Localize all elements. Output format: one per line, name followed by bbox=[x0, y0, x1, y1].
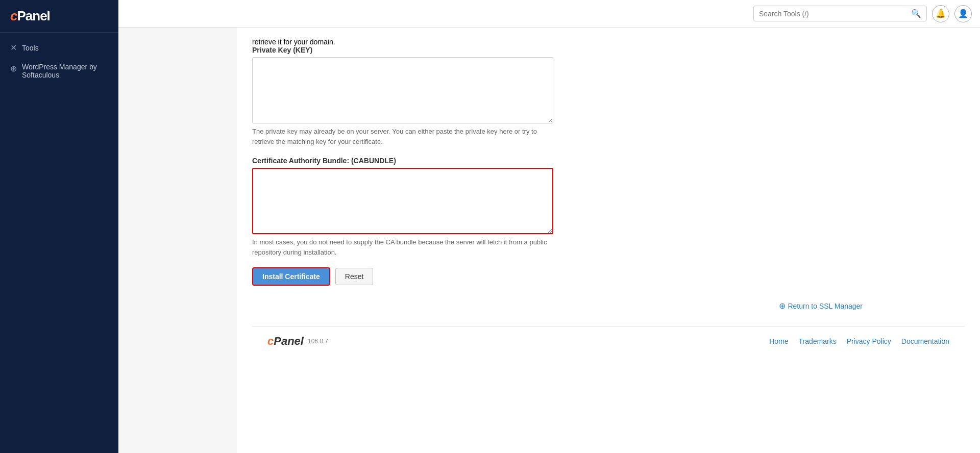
cabundle-label: Certificate Authority Bundle: (CABUNDLE) bbox=[252, 157, 965, 165]
private-key-label: Private Key (KEY) bbox=[252, 46, 965, 54]
private-key-help: The private key may already be on your s… bbox=[252, 127, 553, 146]
wordpress-icon: ⊕ bbox=[10, 64, 17, 73]
sidebar-item-tools[interactable]: ✕ Tools bbox=[0, 38, 118, 58]
footer-link-privacy-policy[interactable]: Privacy Policy bbox=[847, 337, 891, 345]
footer-version: 106.0.7 bbox=[308, 338, 328, 345]
footer-link-documentation[interactable]: Documentation bbox=[901, 337, 949, 345]
install-certificate-button[interactable]: Install Certificate bbox=[252, 267, 330, 286]
footer-logo-cp: c bbox=[267, 335, 274, 347]
user-icon: 👤 bbox=[958, 9, 968, 18]
return-to-ssl-manager-link[interactable]: ⊕ Return to SSL Manager bbox=[779, 301, 863, 311]
header: 🔍 🔔 👤 bbox=[118, 0, 980, 28]
arrow-circle-icon: ⊕ bbox=[779, 301, 786, 311]
tools-icon: ✕ bbox=[10, 43, 17, 53]
footer-logo-panel: Panel bbox=[274, 335, 304, 347]
private-key-textarea[interactable] bbox=[252, 57, 553, 123]
user-account-button[interactable]: 👤 bbox=[954, 5, 972, 22]
search-icon: 🔍 bbox=[911, 9, 921, 18]
footer-link-home[interactable]: Home bbox=[769, 337, 788, 345]
main-content: retrieve it for your domain. Private Key… bbox=[237, 28, 980, 453]
cabundle-help: In most cases, you do not need to supply… bbox=[252, 237, 553, 257]
sidebar-item-tools-label: Tools bbox=[22, 44, 39, 52]
sidebar-item-wordpress-manager[interactable]: ⊕ WordPress Manager by Softaculous bbox=[0, 58, 118, 84]
reset-button[interactable]: Reset bbox=[335, 268, 374, 285]
private-key-section: Private Key (KEY) The private key may al… bbox=[252, 46, 965, 146]
content-area: retrieve it for your domain. Private Key… bbox=[237, 28, 980, 453]
search-box[interactable]: 🔍 bbox=[753, 6, 927, 21]
footer: cPanel 106.0.7 Home Trademarks Privacy P… bbox=[252, 326, 965, 356]
return-link-container: ⊕ Return to SSL Manager bbox=[252, 301, 965, 311]
sidebar: cPanel ✕ Tools ⊕ WordPress Manager by So… bbox=[0, 0, 118, 453]
footer-link-trademarks[interactable]: Trademarks bbox=[799, 337, 837, 345]
notifications-button[interactable]: 🔔 bbox=[932, 5, 949, 22]
cabundle-section: Certificate Authority Bundle: (CABUNDLE)… bbox=[252, 157, 965, 257]
bell-icon: 🔔 bbox=[936, 9, 946, 18]
sidebar-item-wp-label: WordPress Manager by Softaculous bbox=[22, 63, 108, 79]
footer-links: Home Trademarks Privacy Policy Documenta… bbox=[769, 337, 949, 345]
return-link-label: Return to SSL Manager bbox=[788, 302, 863, 310]
intro-text: retrieve it for your domain. bbox=[252, 38, 965, 46]
footer-logo: cPanel 106.0.7 bbox=[267, 335, 328, 348]
search-input[interactable] bbox=[759, 10, 908, 18]
cabundle-textarea[interactable] bbox=[252, 168, 553, 234]
sidebar-logo: cPanel bbox=[0, 0, 118, 33]
button-row: Install Certificate Reset bbox=[252, 267, 965, 286]
sidebar-navigation: ✕ Tools ⊕ WordPress Manager by Softaculo… bbox=[0, 33, 118, 89]
